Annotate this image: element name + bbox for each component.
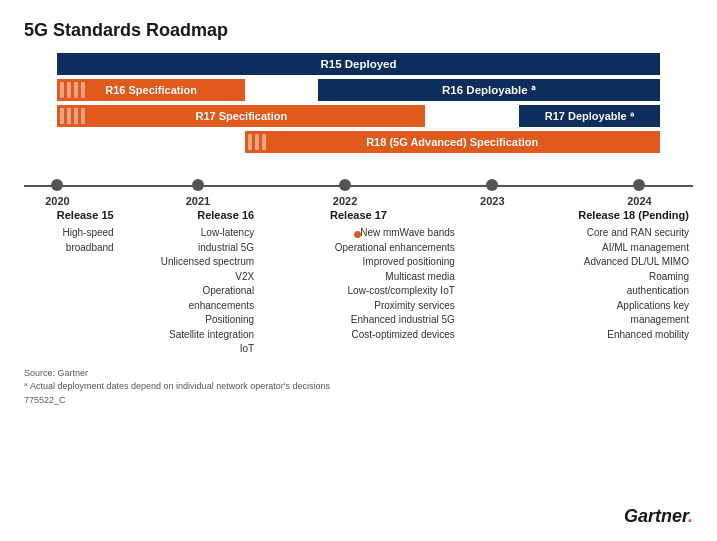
col-item-r17-4: Low-cost/complexity IoT [262, 284, 455, 299]
gartner-dot: . [688, 506, 693, 526]
col-item-r18-3: Roaming authentication [463, 270, 689, 299]
page-title: 5G Standards Roadmap [24, 20, 693, 41]
col-item-r16-0: Low-latency industrial 5G [122, 226, 254, 255]
col-item-r18-2: Advanced DL/UL MIMO [463, 255, 689, 270]
axis-container: 2020 2021 2022 2023 2024 [24, 173, 693, 207]
col-item-r16-2: V2X [122, 270, 254, 285]
columns-container: Release 15 High-speed broadband Release … [24, 209, 693, 357]
bars-container: R15 Deployed R16 Specification R16 Deplo… [24, 53, 693, 171]
axis-dot-2023 [486, 179, 498, 191]
axis-label-2021: 2021 [186, 195, 210, 207]
col-item-r16-5: Satellite integration [122, 328, 254, 343]
col-item-r17-2: Improved positioning [262, 255, 455, 270]
column-r18: Release 18 (Pending) Core and RAN securi… [459, 209, 693, 357]
footnote-0: Source: Gartner [24, 367, 693, 381]
col-item-r15-0: High-speed broadband [28, 226, 114, 255]
col-header-r15: Release 15 [28, 209, 114, 221]
bar-r15-deployed: R15 Deployed [57, 53, 659, 75]
axis-dot-2024 [633, 179, 645, 191]
col-item-r17-3: Multicast media [262, 270, 455, 285]
col-header-r16: Release 16 [122, 209, 254, 221]
col-header-r18: Release 18 (Pending) [463, 209, 689, 221]
col-item-r18-5: Enhanced mobility [463, 328, 689, 343]
axis-dot-2022 [339, 179, 351, 191]
axis-label-2020: 2020 [45, 195, 69, 207]
bar-r18-spec: R18 (5G Advanced) Specification [245, 131, 660, 153]
col-header-r17: Release 17 [262, 209, 455, 221]
column-r16: Release 16 Low-latency industrial 5G Unl… [118, 209, 258, 357]
col-item-r16-4: Positioning [122, 313, 254, 328]
col-item-r18-0: Core and RAN security [463, 226, 689, 241]
col-item-r16-6: IoT [122, 342, 254, 357]
footnote-area: Source: Gartner ᵃ Actual deployment date… [24, 367, 693, 408]
footnote-2: 775522_C [24, 394, 693, 408]
axis-line [24, 185, 693, 187]
bar-r16-deployable: R16 Deployable ᵃ [318, 79, 659, 101]
col-item-r17-1: Operational enhancements [262, 241, 455, 256]
axis-label-2022: 2022 [333, 195, 357, 207]
axis-label-2023: 2023 [480, 195, 504, 207]
col-item-r16-3: Operational enhancements [122, 284, 254, 313]
gartner-text: Gartner [624, 506, 688, 526]
chart-area: R15 Deployed R16 Specification R16 Deplo… [24, 53, 693, 407]
axis-dot-2021 [192, 179, 204, 191]
bar-r16-spec: R16 Specification [57, 79, 244, 101]
column-r15: Release 15 High-speed broadband [24, 209, 118, 357]
footnote-1: ᵃ Actual deployment dates depend on indi… [24, 380, 693, 394]
column-r17: Release 17 New mmWave bands Operational … [258, 209, 459, 357]
bar-r17-spec: R17 Specification [57, 105, 425, 127]
col-item-r18-4: Applications key management [463, 299, 689, 328]
col-item-r16-1: Unlicensed spectrum [122, 255, 254, 270]
col-item-r17-6: Enhanced industrial 5G [262, 313, 455, 328]
col-item-r17-7: Cost-optimized devices [262, 328, 455, 343]
bar-r17-deployable: R17 Deployable ᵃ [519, 105, 659, 127]
gartner-logo: Gartner. [624, 506, 693, 527]
col-item-r18-1: AI/ML management [463, 241, 689, 256]
axis-dot-2020 [51, 179, 63, 191]
col-item-r17-5: Proximity services [262, 299, 455, 314]
axis-label-2024: 2024 [627, 195, 651, 207]
